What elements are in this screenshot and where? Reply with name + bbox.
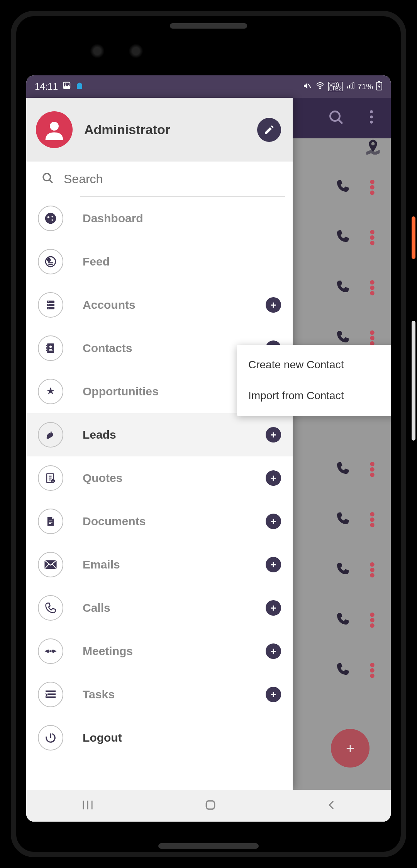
accounts-icon [38, 292, 63, 318]
screen: 14:11 Vo))LTE2 71% [26, 75, 391, 822]
svg-point-22 [51, 219, 53, 221]
fab-add-button[interactable]: + [331, 729, 370, 768]
add-call-button[interactable]: + [266, 600, 281, 616]
nav-recents-button[interactable] [81, 800, 94, 812]
list-row[interactable]: ●●● [298, 544, 391, 594]
more-vert-icon[interactable] [370, 110, 373, 126]
nav-item-quotes[interactable]: + Quotes + [26, 456, 293, 500]
add-email-button[interactable]: + [266, 557, 281, 572]
phone-icon[interactable] [336, 330, 350, 345]
image-icon [63, 81, 71, 92]
svg-point-1 [65, 83, 66, 85]
phone-icon[interactable] [336, 179, 350, 194]
svg-line-2 [308, 84, 311, 88]
svg-rect-27 [47, 301, 54, 303]
nav-home-button[interactable] [204, 799, 217, 813]
list-row[interactable]: ●●● [298, 494, 391, 544]
phone-icon[interactable] [336, 229, 350, 245]
edit-profile-button[interactable] [257, 118, 281, 142]
svg-rect-48 [46, 691, 56, 692]
svg-rect-28 [47, 304, 54, 306]
side-button-volume [412, 321, 415, 441]
search-icon [42, 172, 54, 186]
phone-icon[interactable] [336, 612, 350, 627]
shopping-bag-icon [76, 81, 83, 92]
svg-point-13 [370, 115, 373, 118]
row-more-icon[interactable]: ●●● [369, 230, 375, 244]
svg-point-31 [48, 305, 49, 305]
add-lead-button[interactable]: + [266, 427, 281, 443]
phone-icon[interactable] [336, 279, 350, 295]
list-row[interactable]: ●●● [298, 262, 391, 312]
menu-create-new-contact[interactable]: Create new Contact [237, 349, 391, 380]
svg-rect-34 [46, 345, 47, 346]
search-input[interactable] [64, 172, 277, 186]
nav-item-documents[interactable]: Documents + [26, 500, 293, 543]
avatar[interactable] [36, 111, 73, 148]
phone-speaker-top [170, 23, 247, 29]
svg-point-17 [43, 174, 51, 181]
drawer-search[interactable] [26, 162, 293, 196]
row-more-icon[interactable]: ●●● [369, 180, 375, 194]
battery-charging-icon [376, 81, 382, 92]
nav-item-feed[interactable]: Feed [26, 240, 293, 283]
svg-point-23 [46, 257, 56, 267]
svg-rect-35 [46, 347, 47, 349]
list-row[interactable]: ●●● [298, 444, 391, 494]
row-more-icon[interactable]: ●●● [369, 512, 375, 526]
nav-item-accounts[interactable]: Accounts + [26, 283, 293, 327]
documents-icon [38, 509, 63, 534]
nav-item-dashboard[interactable]: Dashboard [26, 197, 293, 240]
nav-list: Dashboard Feed Accounts + Contacts [26, 197, 293, 759]
wifi-icon [315, 82, 325, 92]
add-meeting-button[interactable]: + [266, 643, 281, 659]
svg-rect-5 [349, 85, 350, 88]
row-more-icon[interactable]: ●●● [369, 663, 375, 677]
nav-item-logout[interactable]: Logout [26, 716, 293, 759]
signal-icon [346, 82, 354, 92]
add-task-button[interactable]: + [266, 687, 281, 702]
phone-icon[interactable] [336, 511, 350, 527]
nav-item-meetings[interactable]: Meetings + [26, 630, 293, 673]
row-more-icon[interactable]: ●●● [369, 280, 375, 294]
svg-line-18 [49, 180, 53, 183]
svg-rect-56 [206, 801, 214, 809]
list-row[interactable]: ●●● [298, 212, 391, 262]
phone-icon[interactable] [336, 662, 350, 677]
svg-rect-29 [47, 307, 54, 309]
nav-label: Calls [83, 601, 266, 614]
nav-label: Leads [83, 428, 266, 441]
row-more-icon[interactable]: ●●● [369, 330, 375, 344]
calls-icon [38, 595, 63, 621]
status-time: 14:11 [35, 81, 58, 92]
phone-icon[interactable] [336, 562, 350, 577]
row-more-icon[interactable]: ●●● [369, 613, 375, 626]
svg-point-16 [50, 122, 59, 131]
nav-drawer: Administrator Dashboard [26, 98, 293, 790]
menu-import-from-contact[interactable]: Import from Contact [237, 380, 391, 411]
opportunities-icon [38, 379, 63, 404]
phone-icon[interactable] [336, 461, 350, 477]
feed-icon [38, 249, 63, 274]
row-more-icon[interactable]: ●●● [369, 462, 375, 476]
status-bar: 14:11 Vo))LTE2 71% [26, 75, 391, 98]
nav-item-tasks[interactable]: Tasks + [26, 673, 293, 716]
add-account-button[interactable]: + [266, 297, 281, 313]
list-row[interactable]: ●●● [298, 162, 391, 212]
nav-item-leads[interactable]: Leads + [26, 413, 293, 456]
contact-context-menu: Create new Contact Import from Contact [237, 345, 391, 416]
add-quote-button[interactable]: + [266, 470, 281, 486]
nav-item-emails[interactable]: Emails + [26, 543, 293, 586]
map-pin-icon[interactable] [365, 138, 381, 156]
phone-speaker-bottom [158, 843, 259, 849]
nav-back-button[interactable] [327, 799, 336, 812]
nav-item-calls[interactable]: Calls + [26, 586, 293, 630]
side-button-power [412, 216, 415, 259]
row-more-icon[interactable]: ●●● [369, 562, 375, 576]
nav-label: Emails [83, 558, 266, 571]
system-nav-bar [26, 790, 391, 822]
add-document-button[interactable]: + [266, 514, 281, 529]
list-row[interactable]: ●●● [298, 645, 391, 695]
list-row[interactable]: ●●● [298, 594, 391, 645]
search-icon[interactable] [328, 109, 344, 127]
